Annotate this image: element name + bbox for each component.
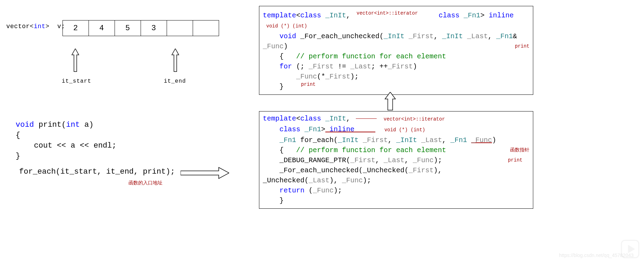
- cell-0: 2: [63, 20, 89, 36]
- bot-l2: class _Fn1> inline: [263, 125, 375, 133]
- top-l3: void _For_each_unchecked(_InIt _First, _…: [263, 31, 529, 41]
- anno-func-ptr-cn: 函数指针: [510, 145, 529, 155]
- for-each-call: for_each(it_start, it_end, print);: [19, 167, 175, 176]
- top-l3b-text: _Func): [263, 41, 288, 51]
- arrow-between-boxes-icon: [384, 92, 397, 113]
- cell-2: 5: [115, 20, 141, 36]
- bot-l4: { // perform function for each element: [263, 145, 446, 155]
- top-l3b: _Func) print: [263, 41, 529, 51]
- bot-l7: return (_Func);: [263, 185, 529, 196]
- play-icon: [620, 239, 641, 262]
- anno-voidfn-bot: void (*) (int): [384, 127, 425, 133]
- entry-address-note: 函数的入口地址: [128, 180, 162, 186]
- top-l1: template<class _InIt,: [263, 11, 350, 19]
- anno-print-top: print: [515, 41, 529, 51]
- print-line-3: cout << a << endl;: [16, 141, 116, 151]
- print-line-1: void print(int a): [16, 120, 116, 130]
- vector-declaration: vector<int> v;: [6, 23, 65, 30]
- anno-print-top-2: print: [301, 80, 316, 90]
- anno-voidfn-top: void (*) (int): [266, 23, 307, 29]
- vector-cells-row: 2 4 5 3: [62, 20, 219, 36]
- bot-l3: _Fn1 for_each(_InIt _First, _InIt _Last,…: [263, 135, 529, 145]
- print-line-4: }: [16, 151, 116, 162]
- top-l5: for (; _First != _Last; ++_First): [263, 61, 529, 72]
- anno-iterator-bot: vector<int>::iterator: [384, 116, 445, 122]
- code-box-for-each: template<class _InIt, vector<int>::itera…: [259, 111, 533, 209]
- arrow-right-icon: [181, 167, 229, 181]
- label-it-end: it_end: [164, 78, 186, 84]
- label-it-start: it_start: [62, 78, 91, 84]
- cell-1: 4: [89, 20, 115, 36]
- arrow-it-start-icon: [70, 49, 81, 69]
- bot-l5: _DEBUG_RANGE_PTR(_First, _Last, _Func);: [263, 155, 442, 165]
- print-function-code: void print(int a) { cout << a << endl; }: [16, 120, 116, 162]
- bot-l6: _For_each_unchecked(_Unchecked(_First),: [263, 165, 529, 175]
- bot-l6b: _Unchecked(_Last), _Func);: [263, 175, 529, 185]
- cell-3: 3: [141, 20, 167, 36]
- arrow-it-end-icon: [170, 49, 181, 69]
- cell-5: [193, 20, 219, 36]
- top-l4: { // perform function for each element: [263, 51, 529, 61]
- bot-l8: }: [263, 196, 529, 206]
- anno-print-bot: print: [508, 155, 522, 165]
- anno-iterator-top: vector<int>::iterator: [357, 10, 418, 16]
- code-box-for-each-unchecked: template<class _InIt, vector<int>::itera…: [259, 6, 533, 95]
- top-l7: }: [263, 83, 284, 91]
- top-l2: class _Fn1> inline: [422, 10, 514, 20]
- bot-l1: template<class _InIt,: [263, 115, 378, 123]
- print-line-2: {: [16, 130, 116, 141]
- cell-4: [167, 20, 193, 36]
